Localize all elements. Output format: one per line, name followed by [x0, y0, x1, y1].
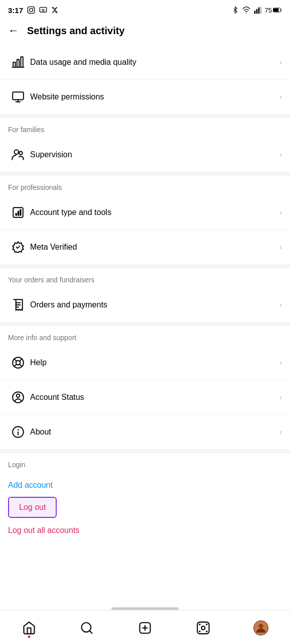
svg-point-38 — [206, 630, 208, 632]
section-label-support: More info and support — [0, 327, 290, 346]
section-orders: Your orders and fundraisers Orders and p… — [0, 269, 290, 323]
chevron-icon: › — [279, 208, 282, 217]
login-label: Login — [8, 454, 282, 473]
svg-rect-0 — [28, 7, 34, 13]
svg-rect-20 — [20, 209, 21, 216]
website-permissions-label: Website permissions — [28, 92, 279, 101]
data-usage-label: Data usage and media quality — [28, 58, 279, 67]
chevron-icon: › — [279, 427, 282, 437]
separator-1 — [0, 115, 290, 119]
time: 3:17 — [8, 6, 23, 15]
svg-rect-14 — [13, 92, 24, 99]
bar-chart-icon — [8, 52, 28, 72]
svg-rect-6 — [256, 9, 257, 14]
chevron-icon: › — [279, 358, 282, 367]
svg-point-36 — [206, 623, 208, 625]
messages-status-icon — [39, 6, 47, 14]
section-professionals: For professionals Account type and tools… — [0, 176, 290, 265]
chevron-icon: › — [279, 150, 282, 159]
about-label: About — [28, 427, 279, 437]
menu-item-account-status[interactable]: Account Status › — [0, 380, 290, 415]
menu-item-meta-verified[interactable]: Meta Verified › — [0, 230, 290, 265]
meta-verified-label: Meta Verified — [28, 243, 279, 252]
svg-rect-13 — [21, 57, 23, 67]
info-circle-icon — [8, 422, 28, 442]
help-label: Help — [28, 358, 279, 367]
svg-point-1 — [30, 9, 33, 12]
svg-rect-12 — [17, 60, 19, 67]
receipt-icon — [8, 295, 28, 315]
menu-item-account-type[interactable]: Account type and tools › — [0, 195, 290, 230]
svg-rect-18 — [16, 213, 17, 216]
content-area: Data usage and media quality › Website p… — [0, 45, 290, 583]
battery-icon — [273, 7, 282, 14]
monitor-icon — [8, 87, 28, 107]
section-families: For families Supervision › — [0, 119, 290, 172]
back-button[interactable]: ← — [8, 24, 19, 37]
menu-item-website-permissions[interactable]: Website permissions › — [0, 80, 290, 115]
menu-item-about[interactable]: About › — [0, 415, 290, 450]
menu-item-data-usage[interactable]: Data usage and media quality › — [0, 45, 290, 80]
svg-point-22 — [16, 361, 21, 365]
bottom-nav — [0, 610, 290, 644]
section-data: Data usage and media quality › Website p… — [0, 45, 290, 115]
lifebuoy-icon — [8, 353, 28, 373]
supervision-label: Supervision — [28, 150, 279, 159]
nav-profile[interactable] — [248, 617, 273, 639]
instagram-status-icon — [27, 6, 35, 14]
logout-button[interactable]: Log out — [8, 497, 57, 518]
profile-avatar — [253, 620, 268, 635]
menu-item-help[interactable]: Help › — [0, 346, 290, 380]
svg-rect-10 — [273, 8, 278, 12]
svg-point-37 — [199, 630, 201, 632]
chevron-icon: › — [279, 243, 282, 252]
status-right: 75 — [232, 6, 282, 14]
login-section: Login Add account Log out Log out all ac… — [0, 454, 290, 543]
svg-point-24 — [17, 394, 20, 398]
svg-rect-7 — [258, 8, 259, 14]
bottom-home-indicator — [111, 607, 179, 610]
bluetooth-icon — [232, 6, 239, 14]
nav-reels[interactable] — [191, 617, 216, 639]
bar-chart-square-icon — [8, 202, 28, 223]
person-circle-icon — [8, 387, 28, 407]
section-label-professionals: For professionals — [0, 176, 290, 195]
add-account-button[interactable]: Add account — [8, 473, 282, 494]
menu-item-orders-payments[interactable]: Orders and payments › — [0, 288, 290, 323]
battery-indicator: 75 — [265, 7, 282, 14]
svg-rect-11 — [13, 62, 15, 67]
badge-check-icon — [8, 237, 28, 257]
svg-rect-8 — [260, 7, 261, 14]
section-label-orders: Your orders and fundraisers — [0, 269, 290, 288]
svg-point-34 — [201, 626, 205, 629]
chevron-icon: › — [279, 300, 282, 309]
status-bar: 3:17 75 — [0, 0, 290, 18]
separator-5 — [0, 450, 290, 454]
wifi-icon — [242, 6, 251, 14]
page-title: Settings and activity — [27, 25, 125, 37]
nav-add[interactable] — [132, 617, 158, 639]
chevron-icon: › — [279, 92, 282, 101]
section-support: More info and support Help › Account — [0, 327, 290, 450]
status-left: 3:17 — [8, 6, 58, 15]
account-status-label: Account Status — [28, 393, 279, 402]
chevron-icon: › — [279, 58, 282, 67]
svg-line-29 — [90, 630, 92, 633]
logout-all-button[interactable]: Log out all accounts — [8, 521, 282, 543]
svg-point-40 — [259, 623, 263, 628]
people-icon — [8, 145, 28, 165]
svg-point-35 — [199, 623, 201, 625]
account-type-label: Account type and tools — [28, 208, 279, 217]
header: ← Settings and activity — [0, 18, 290, 45]
nav-search[interactable] — [74, 617, 99, 639]
home-dot — [28, 635, 30, 638]
chevron-icon: › — [279, 393, 282, 402]
section-label-families: For families — [0, 119, 290, 138]
svg-point-15 — [14, 150, 19, 154]
signal-icon — [254, 6, 262, 14]
nav-home[interactable] — [17, 617, 42, 639]
menu-item-supervision[interactable]: Supervision › — [0, 138, 290, 172]
svg-rect-5 — [254, 11, 255, 14]
svg-point-16 — [19, 152, 22, 155]
separator-3 — [0, 265, 290, 269]
